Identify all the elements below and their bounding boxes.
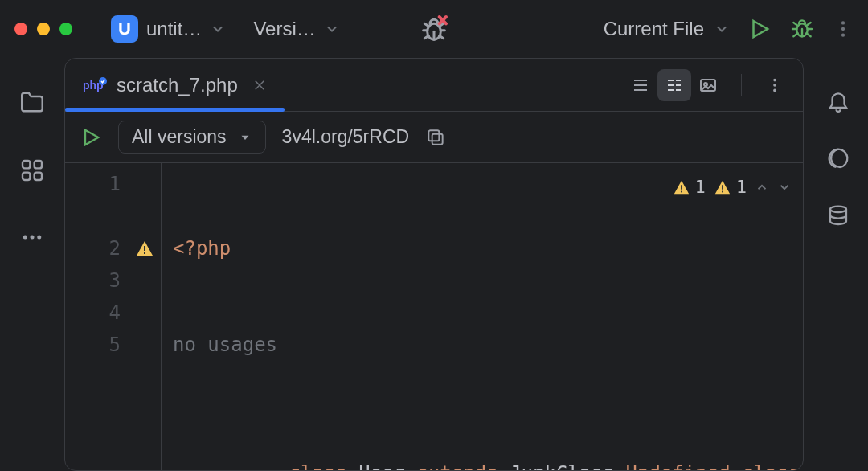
tab-filename: scratch_7.php [117, 74, 238, 96]
svg-point-20 [841, 27, 845, 31]
svg-point-46 [773, 88, 776, 92]
run-config-selector[interactable]: Current File [604, 18, 730, 40]
structure-tool-icon[interactable] [19, 158, 45, 183]
code-line: <?php [173, 232, 803, 264]
right-toolbar [809, 58, 868, 471]
more-menu-button[interactable] [833, 18, 854, 39]
gutter[interactable]: 1 2 3 4 5 [65, 163, 162, 470]
svg-rect-24 [23, 173, 30, 180]
svg-rect-52 [681, 191, 682, 193]
svg-point-28 [37, 236, 41, 240]
window-controls [14, 23, 72, 35]
svg-line-15 [806, 23, 810, 26]
view-preview-icon[interactable] [691, 69, 725, 101]
gutter-warning-icon[interactable] [135, 239, 154, 258]
line-number: 5 [109, 334, 121, 356]
editor-view-controls [624, 59, 803, 111]
svg-point-19 [841, 21, 845, 24]
svg-rect-49 [432, 133, 443, 144]
editor-panel: php scratch_7.php [64, 58, 804, 471]
line-number: 4 [109, 301, 121, 324]
chevron-down-icon [714, 21, 730, 37]
close-tab-icon[interactable] [252, 78, 267, 92]
window-close-icon[interactable] [14, 23, 27, 35]
main-layout: php scratch_7.php [0, 58, 868, 471]
ai-assistant-icon[interactable] [826, 146, 850, 170]
vcs-label: Versi… [253, 18, 315, 40]
svg-rect-51 [681, 185, 682, 190]
svg-point-27 [30, 236, 34, 240]
separator [741, 74, 742, 96]
svg-rect-50 [428, 130, 439, 141]
svg-point-45 [773, 84, 776, 87]
chevron-down-icon [238, 130, 252, 145]
more-tools-icon[interactable] [20, 225, 44, 249]
svg-point-44 [773, 78, 776, 81]
debug-config-icon[interactable] [418, 13, 450, 45]
svg-rect-22 [23, 161, 30, 168]
chevron-down-icon [210, 21, 226, 37]
inspection-widget[interactable]: 1 1 [673, 171, 792, 203]
php-version-label: All versions [132, 126, 227, 148]
code-editor[interactable]: 1 1 1 2 [65, 163, 803, 470]
line-number: 2 [109, 237, 121, 260]
project-icon: U [111, 15, 138, 43]
svg-line-7 [440, 35, 444, 38]
run-file-button[interactable] [80, 126, 102, 149]
project-selector[interactable]: U untit… [111, 15, 226, 43]
view-split-icon[interactable] [657, 69, 691, 101]
error-tooltip: Undefined class 'Jun [626, 462, 803, 470]
window-zoom-icon[interactable] [59, 23, 72, 35]
svg-rect-54 [722, 191, 723, 193]
warning-badge[interactable]: 1 [673, 171, 706, 203]
view-source-icon[interactable] [624, 69, 657, 101]
php-file-icon: php [83, 76, 107, 94]
inlay-hint: no usages [173, 329, 803, 361]
svg-rect-53 [722, 185, 723, 190]
titlebar: U untit… Versi… C [0, 0, 868, 58]
left-toolbar [0, 58, 64, 471]
svg-rect-56 [144, 252, 145, 254]
run-widgets: Current File [604, 16, 854, 42]
debug-button[interactable] [789, 16, 815, 42]
database-icon[interactable] [826, 204, 850, 228]
share-url[interactable]: 3v4l.org/5rRCD [282, 126, 410, 148]
editor-view-toggle [624, 69, 725, 101]
svg-rect-23 [34, 161, 41, 168]
svg-line-4 [424, 23, 428, 26]
line-number: 3 [109, 269, 121, 292]
warning-count: 1 [695, 171, 706, 203]
code-line: class User extends JunkClass Undefined c… [173, 425, 803, 457]
svg-rect-55 [144, 246, 145, 251]
run-config-label: Current File [604, 18, 704, 40]
run-subbar: All versions 3v4l.org/5rRCD [65, 112, 803, 163]
weak-warning-count: 1 [736, 171, 747, 203]
svg-rect-25 [34, 173, 41, 180]
weak-warning-badge[interactable]: 1 [714, 171, 747, 203]
svg-point-26 [23, 236, 27, 240]
window-minimize-icon[interactable] [37, 23, 50, 35]
tab-options-icon[interactable] [758, 69, 792, 101]
project-tool-icon[interactable] [18, 88, 46, 116]
run-button[interactable] [747, 17, 772, 41]
svg-line-6 [424, 35, 428, 38]
next-highlight-icon[interactable] [777, 180, 792, 195]
prev-highlight-icon[interactable] [755, 180, 769, 195]
svg-marker-10 [754, 21, 768, 37]
svg-line-16 [793, 33, 797, 36]
svg-marker-48 [241, 135, 248, 139]
svg-line-14 [793, 23, 797, 26]
project-label: untit… [146, 18, 202, 40]
line-number: 1 [109, 173, 121, 195]
code-area[interactable]: <?php no usages class User extends JunkC… [162, 163, 803, 470]
svg-point-21 [841, 33, 845, 36]
copy-icon[interactable] [425, 127, 446, 148]
php-version-selector[interactable]: All versions [118, 121, 266, 154]
editor-tabs: php scratch_7.php [65, 59, 803, 112]
editor-tab[interactable]: php scratch_7.php [65, 59, 285, 111]
svg-marker-47 [85, 129, 98, 145]
notifications-icon[interactable] [826, 88, 850, 113]
svg-point-57 [830, 207, 846, 213]
vcs-selector[interactable]: Versi… [253, 18, 339, 40]
chevron-down-icon [324, 21, 340, 37]
